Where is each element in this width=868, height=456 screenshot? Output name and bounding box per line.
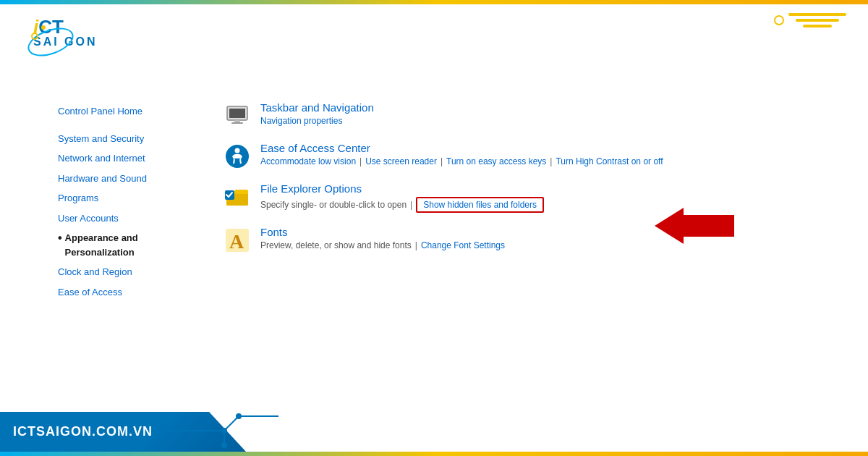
svg-point-18: [221, 428, 227, 434]
accommodate-low-vision-link[interactable]: Accommodate low vision: [260, 156, 356, 166]
svg-rect-4: [229, 109, 245, 118]
ease-of-access-section-body: Ease of Access Center Accommodate low vi…: [260, 142, 663, 166]
high-contrast-link[interactable]: Turn High Contrast on or off: [556, 156, 663, 166]
ease-of-access-title[interactable]: Ease of Access Center: [260, 142, 370, 154]
deco-line-3: [803, 25, 832, 28]
sidebar-item-system-security[interactable]: System and Security: [58, 129, 203, 149]
red-arrow: [655, 204, 734, 250]
sidebar-item-network-internet[interactable]: Network and Internet: [58, 148, 203, 169]
change-font-settings-link[interactable]: Change Font Settings: [421, 240, 505, 250]
deco-lines: [788, 13, 846, 28]
file-explorer-icon: [224, 184, 250, 210]
bottom-left-decoration: ICTSAIGON.COM.VN: [0, 398, 304, 456]
active-bullet: •: [58, 231, 62, 246]
svg-point-20: [221, 442, 227, 448]
taskbar-section-body: Taskbar and Navigation Navigation proper…: [260, 101, 374, 126]
section-fonts: A Fonts Preview, delete, or show and hid…: [224, 226, 825, 253]
section-taskbar: Taskbar and Navigation Navigation proper…: [224, 101, 825, 129]
file-explorer-section-body: File Explorer Options Specify single- or…: [260, 182, 544, 213]
fonts-section-body: Fonts Preview, delete, or show and hide …: [260, 226, 505, 250]
sidebar-item-appearance-personalization[interactable]: • Appearance and Personalization: [58, 228, 203, 262]
svg-rect-6: [231, 122, 243, 124]
sidebar-item-programs[interactable]: Programs: [58, 188, 203, 208]
file-explorer-links: Specify single- or double-click to open …: [260, 197, 544, 213]
deco-line-2: [796, 19, 839, 22]
section-ease-of-access: Ease of Access Center Accommodate low vi…: [224, 142, 825, 169]
svg-point-17: [166, 428, 169, 434]
sidebar-item-ease-of-access[interactable]: Ease of Access: [58, 282, 203, 303]
svg-line-14: [224, 416, 239, 431]
orbit-icon: [20, 14, 78, 72]
top-right-decoration: [774, 13, 846, 28]
logo-area: iCT SAI GON: [13, 9, 98, 48]
ease-of-access-links: Accommodate low vision | Use screen read…: [260, 156, 663, 166]
fonts-icon: A: [224, 227, 250, 253]
section-file-explorer: File Explorer Options Specify single- or…: [224, 182, 825, 213]
deco-line-1: [788, 13, 846, 16]
sidebar-item-hardware-sound[interactable]: Hardware and Sound: [58, 169, 203, 189]
svg-point-19: [236, 413, 242, 419]
svg-text:A: A: [229, 230, 244, 253]
svg-marker-12: [655, 208, 734, 244]
sidebar-item-clock-region[interactable]: Clock and Region: [58, 262, 203, 282]
taskbar-subtitle: Navigation properties: [260, 116, 374, 126]
website-url: ICTSAIGON.COM.VN: [13, 424, 153, 439]
sidebar: Control Panel Home System and Security N…: [58, 101, 203, 384]
taskbar-title[interactable]: Taskbar and Navigation: [260, 101, 374, 114]
sidebar-item-user-accounts[interactable]: User Accounts: [58, 208, 203, 229]
ease-of-access-icon: [224, 143, 250, 169]
show-hidden-files-link[interactable]: Show hidden files and folders: [423, 200, 537, 210]
top-border: [0, 0, 868, 4]
taskbar-icon: [224, 103, 250, 129]
svg-point-8: [235, 148, 240, 153]
deco-circle: [774, 15, 784, 25]
file-explorer-title[interactable]: File Explorer Options: [260, 182, 362, 195]
easy-access-keys-link[interactable]: Turn on easy access keys: [446, 156, 546, 166]
sidebar-item-control-panel-home[interactable]: Control Panel Home: [58, 101, 203, 122]
fonts-title[interactable]: Fonts: [260, 226, 288, 238]
show-hidden-files-highlight: Show hidden files and folders: [416, 197, 544, 213]
fonts-links: Preview, delete, or show and hide fonts …: [260, 240, 505, 250]
svg-point-0: [25, 23, 76, 61]
circuit-decoration: [166, 405, 282, 449]
svg-point-2: [41, 25, 46, 30]
use-screen-reader-link[interactable]: Use screen reader: [365, 156, 437, 166]
